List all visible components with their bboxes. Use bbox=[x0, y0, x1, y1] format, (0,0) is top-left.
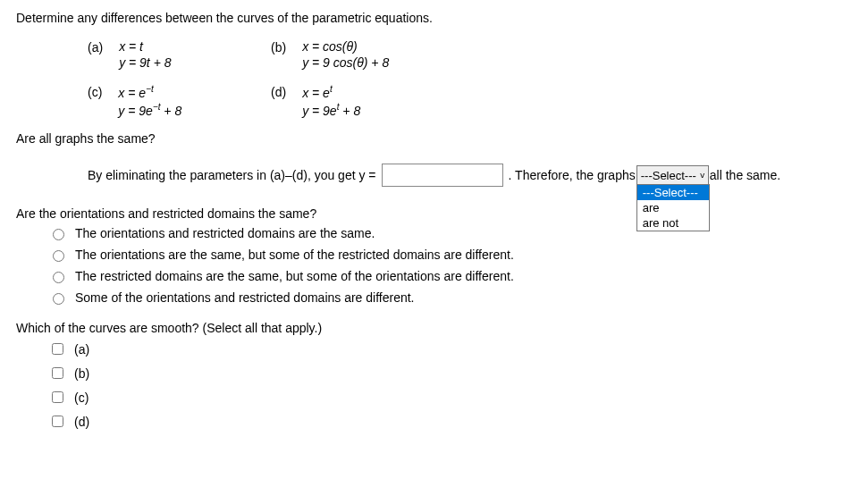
equation-d: (d) x = et y = 9et + 8 bbox=[271, 84, 494, 119]
check-d[interactable] bbox=[52, 416, 63, 427]
eq-a-label: (a) bbox=[88, 39, 103, 55]
eq-a-y: y = 9t + 8 bbox=[119, 55, 171, 70]
radio-label: The orientations are the same, but some … bbox=[75, 248, 514, 262]
select-option[interactable]: are bbox=[637, 200, 709, 215]
radio-label: The restricted domains are the same, but… bbox=[75, 269, 514, 283]
eq-c-x: x = e−t bbox=[118, 84, 181, 100]
select-option[interactable]: ---Select--- bbox=[637, 185, 709, 200]
same-select[interactable]: ---Select--- ⅴ ---Select--- are are not bbox=[636, 165, 709, 185]
question-3: Which of the curves are smooth? (Select … bbox=[16, 321, 852, 335]
eq-c-y: y = 9e−t + 8 bbox=[118, 102, 181, 118]
equation-a: (a) x = t y = 9t + 8 bbox=[88, 39, 271, 71]
y-equals-input[interactable] bbox=[382, 164, 503, 187]
radio-option-3[interactable] bbox=[53, 272, 64, 283]
check-label: (a) bbox=[74, 342, 89, 357]
fill-suffix: all the same. bbox=[710, 168, 780, 182]
eq-a-x: x = t bbox=[119, 39, 171, 54]
check-label: (d) bbox=[74, 415, 89, 429]
eq-d-x: x = et bbox=[302, 84, 360, 100]
fill-mid: . Therefore, the graphs bbox=[509, 168, 636, 182]
check-label: (c) bbox=[74, 390, 88, 405]
problem-statement: Determine any differences between the cu… bbox=[16, 11, 852, 25]
radio-label: The orientations and restricted domains … bbox=[75, 226, 375, 240]
question-2: Are the orientations and restricted doma… bbox=[16, 206, 852, 221]
eq-d-y: y = 9et + 8 bbox=[302, 102, 360, 118]
chevron-down-icon: ⅴ bbox=[700, 171, 704, 180]
radio-option-1[interactable] bbox=[53, 229, 64, 240]
eq-d-label: (d) bbox=[271, 84, 286, 99]
eq-c-label: (c) bbox=[88, 84, 102, 99]
equation-b: (b) x = cos(θ) y = 9 cos(θ) + 8 bbox=[271, 39, 494, 71]
equation-c: (c) x = e−t y = 9e−t + 8 bbox=[88, 84, 271, 119]
check-a[interactable] bbox=[52, 343, 63, 355]
radio-label: Some of the orientations and restricted … bbox=[75, 290, 415, 305]
eq-b-label: (b) bbox=[271, 39, 286, 55]
eq-b-y: y = 9 cos(θ) + 8 bbox=[302, 55, 389, 70]
eq-b-x: x = cos(θ) bbox=[302, 39, 389, 54]
radio-option-2[interactable] bbox=[53, 250, 64, 262]
radio-option-4[interactable] bbox=[53, 293, 64, 305]
select-option[interactable]: are not bbox=[637, 215, 709, 231]
question-1: Are all graphs the same? bbox=[16, 131, 852, 146]
fill-prefix: By eliminating the parameters in (a)–(d)… bbox=[88, 168, 376, 182]
check-c[interactable] bbox=[52, 391, 63, 403]
select-dropdown: ---Select--- are are not bbox=[636, 184, 710, 231]
check-b[interactable] bbox=[52, 367, 63, 379]
check-label: (b) bbox=[74, 366, 89, 381]
